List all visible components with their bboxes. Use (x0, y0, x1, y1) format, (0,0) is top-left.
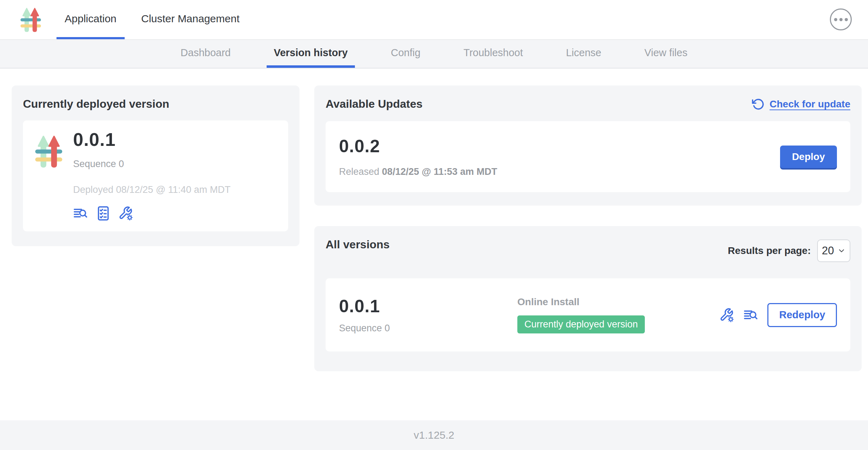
console-footer: v1.125.2 (0, 420, 868, 450)
preflight-checks-icon[interactable] (96, 206, 111, 221)
ellipsis-icon (834, 18, 837, 21)
currently-deployed-badge: Currently deployed version (517, 315, 645, 333)
subtab-license-label: License (566, 47, 601, 59)
top-bar: Application Cluster Management (0, 0, 868, 40)
subtab-dashboard[interactable]: Dashboard (173, 40, 238, 68)
version-history-page: Currently deployed version 0.0.1 Sequenc… (0, 69, 868, 420)
right-column: Available Updates Check for update 0.0.2… (314, 85, 862, 371)
released-prefix: Released (339, 166, 379, 177)
all-versions-card: All versions Results per page: 20 0.0.1 … (314, 226, 862, 371)
results-per-page-label: Results per page: (728, 245, 811, 256)
check-for-update-label: Check for update (769, 99, 850, 110)
app-logo-icon (34, 134, 63, 170)
deploy-button[interactable]: Deploy (780, 146, 837, 168)
row-version-number: 0.0.1 (339, 296, 517, 316)
row-sequence: Sequence 0 (339, 323, 517, 334)
tab-application[interactable]: Application (57, 0, 125, 39)
deployed-version-actions (73, 206, 231, 221)
overflow-menu-button[interactable] (830, 8, 852, 30)
update-row: 0.0.2 Released 08/12/25 @ 11:53 am MDT D… (326, 121, 850, 192)
available-updates-title: Available Updates (326, 97, 422, 111)
currently-deployed-title: Currently deployed version (23, 97, 288, 111)
deployed-version-details: 0.0.1 Sequence 0 Deployed 08/12/25 @ 11:… (73, 129, 231, 221)
available-updates-card: Available Updates Check for update 0.0.2… (314, 85, 862, 206)
version-row: 0.0.1 Sequence 0 Online Install Currentl… (326, 278, 850, 351)
subtab-config-label: Config (391, 47, 421, 59)
subtab-version-history[interactable]: Version history (267, 40, 355, 68)
subtab-version-history-label: Version history (274, 47, 348, 59)
subtab-troubleshoot-label: Troubleshoot (464, 47, 523, 59)
check-for-update-link[interactable]: Check for update (752, 98, 850, 111)
update-version-number: 0.0.2 (339, 136, 497, 156)
install-type-label: Online Install (517, 296, 645, 308)
results-per-page: Results per page: 20 (728, 239, 850, 262)
deployed-version-number: 0.0.1 (73, 129, 231, 150)
version-row-actions: Redeploy (719, 303, 837, 327)
chevron-down-icon (837, 247, 846, 255)
deployed-version-panel: 0.0.1 Sequence 0 Deployed 08/12/25 @ 11:… (23, 120, 288, 231)
update-details: 0.0.2 Released 08/12/25 @ 11:53 am MDT (339, 136, 497, 177)
release-notes-search-icon[interactable] (73, 206, 88, 221)
console-version: v1.125.2 (414, 429, 454, 441)
tab-cluster-management-label: Cluster Management (141, 13, 239, 25)
subtab-license[interactable]: License (559, 40, 608, 68)
admin-console: Application Cluster Management Dashboard… (0, 0, 868, 450)
subtab-config[interactable]: Config (384, 40, 428, 68)
subtab-troubleshoot[interactable]: Troubleshoot (457, 40, 530, 68)
subtab-dashboard-label: Dashboard (180, 47, 231, 59)
tab-cluster-management[interactable]: Cluster Management (133, 0, 248, 39)
edit-config-icon[interactable] (118, 206, 133, 221)
refresh-icon (752, 98, 765, 111)
deployed-sequence: Sequence 0 (73, 159, 231, 170)
currently-deployed-card: Currently deployed version 0.0.1 Sequenc… (12, 85, 299, 246)
released-timestamp: 08/12/25 @ 11:53 am MDT (382, 166, 498, 177)
results-per-page-select[interactable]: 20 (817, 239, 850, 262)
tab-application-label: Application (65, 13, 117, 25)
deployed-timestamp: Deployed 08/12/25 @ 11:40 am MDT (73, 184, 231, 195)
version-row-status: Online Install Currently deployed versio… (517, 296, 645, 333)
redeploy-button[interactable]: Redeploy (767, 303, 837, 327)
app-subnav: Dashboard Version history Config Trouble… (0, 40, 868, 69)
edit-config-icon[interactable] (719, 308, 734, 322)
subtab-view-files-label: View files (644, 47, 688, 59)
version-row-details: 0.0.1 Sequence 0 (339, 296, 517, 334)
release-notes-search-icon[interactable] (743, 308, 758, 322)
subtab-view-files[interactable]: View files (637, 40, 695, 68)
available-updates-header: Available Updates Check for update (326, 97, 850, 111)
all-versions-header: All versions Results per page: 20 (326, 238, 850, 262)
update-released-line: Released 08/12/25 @ 11:53 am MDT (339, 166, 497, 177)
results-per-page-value: 20 (822, 244, 834, 257)
all-versions-title: All versions (326, 238, 390, 251)
app-logo-icon (20, 7, 42, 33)
primary-nav: Application Cluster Management (57, 0, 256, 39)
